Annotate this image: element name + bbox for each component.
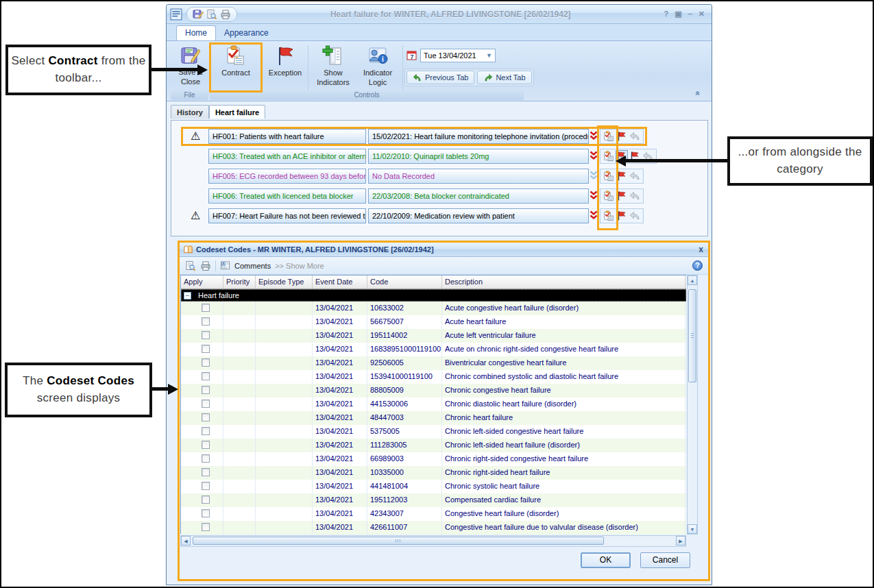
show-more-button[interactable]: >> Show More xyxy=(275,262,324,270)
apply-checkbox[interactable] xyxy=(202,427,210,435)
help-window-button[interactable]: ? xyxy=(664,10,669,19)
apply-checkbox[interactable] xyxy=(202,454,210,463)
vertical-scrollbar[interactable]: ▲ ▼ xyxy=(687,275,698,535)
column-header-event-date[interactable]: Event Date xyxy=(313,275,367,289)
cancel-button[interactable]: Cancel xyxy=(640,552,690,568)
apply-checkbox[interactable] xyxy=(202,482,210,490)
exception-button[interactable]: Exception xyxy=(265,45,305,77)
column-header-apply[interactable]: Apply xyxy=(181,275,223,289)
calendar-icon[interactable]: 7 xyxy=(406,50,417,61)
indicator-value-box[interactable]: No Data Recorded xyxy=(368,169,589,184)
codeset-row[interactable]: 13/04/2021153941000119100Chronic combine… xyxy=(181,370,686,384)
subtab-history[interactable]: History xyxy=(171,105,209,119)
apply-checkbox[interactable] xyxy=(202,509,210,517)
collapse-ribbon-icon[interactable]: « xyxy=(694,91,703,96)
contract-icon[interactable] xyxy=(603,191,614,201)
codeset-row[interactable]: 13/04/202110335000Chronic right-sided he… xyxy=(181,466,686,480)
print-preview-icon[interactable] xyxy=(206,9,217,20)
apply-checkbox[interactable] xyxy=(202,317,210,326)
codeset-row[interactable]: 13/04/202166989003Chronic right-sided co… xyxy=(181,452,686,466)
app-menu-icon[interactable] xyxy=(170,8,182,21)
collapse-group-icon[interactable]: − xyxy=(184,292,191,299)
column-header-code[interactable]: Code xyxy=(367,275,442,289)
previous-tab-button[interactable]: Previous Tab xyxy=(406,71,474,84)
indicator-code-box[interactable]: HF006: Treated with licenced beta blocke… xyxy=(208,188,366,204)
exception-flag-icon[interactable] xyxy=(616,171,627,182)
codeset-row[interactable]: 13/04/2021441530006Chronic diastolic hea… xyxy=(181,397,686,411)
indicator-value-box[interactable]: 11/02/2010: Quinapril tablets 20mg xyxy=(368,149,589,164)
apply-checkbox[interactable] xyxy=(202,495,210,504)
apply-checkbox[interactable] xyxy=(202,372,210,380)
undo-arrow-icon[interactable] xyxy=(629,131,640,142)
codeset-row[interactable]: 13/04/202156675007Acute heart failure xyxy=(181,315,686,329)
column-header-priority[interactable]: Priority xyxy=(223,275,256,289)
exception-flag-icon[interactable] xyxy=(616,191,627,201)
exception-flag-icon[interactable] xyxy=(616,210,627,221)
close-window-button[interactable]: ✕ xyxy=(699,10,705,19)
print-icon[interactable] xyxy=(220,9,231,20)
print-preview-icon[interactable] xyxy=(185,260,196,271)
tab-appearance[interactable]: Appearance xyxy=(216,26,277,40)
subtab-heart-failure[interactable]: Heart failure xyxy=(209,105,265,119)
minimize-window-button[interactable]: – xyxy=(688,10,692,19)
indicator-logic-button[interactable]: i Indicator Logic xyxy=(356,45,400,86)
apply-checkbox[interactable] xyxy=(202,400,210,408)
codeset-row[interactable]: 13/04/202188805009Chronic congestive hea… xyxy=(181,384,686,397)
codeset-row[interactable]: 13/04/202148447003Chronic heart failure xyxy=(181,411,686,425)
ok-button[interactable]: OK xyxy=(581,552,631,568)
print-icon[interactable] xyxy=(200,260,211,271)
apply-checkbox[interactable] xyxy=(202,358,210,367)
group-row-heart-failure[interactable]: − Heart failure xyxy=(181,289,686,302)
horizontal-scroll-thumb[interactable] xyxy=(193,537,604,545)
contract-icon[interactable] xyxy=(603,131,614,142)
scroll-down-icon[interactable]: ▼ xyxy=(688,524,697,534)
undo-arrow-icon[interactable] xyxy=(629,171,640,182)
apply-checkbox[interactable] xyxy=(202,468,210,476)
apply-checkbox[interactable] xyxy=(202,304,210,312)
apply-checkbox[interactable] xyxy=(202,441,210,449)
dialog-close-icon[interactable]: x xyxy=(699,245,703,254)
save-icon[interactable] xyxy=(193,9,204,20)
column-header-episode-type[interactable]: Episode Type xyxy=(256,275,313,289)
next-tab-button[interactable]: Next Tab xyxy=(477,71,531,84)
indicator-code-box[interactable]: HF001: Patients with heart failure xyxy=(208,129,366,144)
codeset-row[interactable]: 13/04/2021111283005Chronic left-sided he… xyxy=(181,439,686,452)
apply-checkbox[interactable] xyxy=(202,386,210,394)
codeset-row[interactable]: 13/04/202116838951000119100Acute on chro… xyxy=(181,343,686,356)
codeset-row[interactable]: 13/04/20215375005Chronic left-sided cong… xyxy=(181,425,686,439)
indicator-value-box[interactable]: 15/02/2021: Heart failure monitoring tel… xyxy=(368,129,589,144)
contract-icon[interactable] xyxy=(603,171,614,182)
apply-checkbox[interactable] xyxy=(202,331,210,339)
show-indicators-button[interactable]: Show Indicators xyxy=(312,45,354,86)
help-icon[interactable]: ? xyxy=(692,260,703,271)
indicator-code-box[interactable]: HF007: Heart Failure has not been review… xyxy=(208,208,366,223)
column-header-description[interactable]: Description xyxy=(442,275,685,289)
scroll-left-icon[interactable]: ◀ xyxy=(181,536,191,546)
apply-checkbox[interactable] xyxy=(202,523,210,531)
codeset-row[interactable]: 13/04/2021195114002Acute left ventricula… xyxy=(181,329,686,343)
indicator-code-box[interactable]: HF003: Treated with an ACE inhibitor or … xyxy=(208,149,366,164)
codeset-row[interactable]: 13/04/2021441481004Chronic systolic hear… xyxy=(181,480,686,493)
codeset-row[interactable]: 13/04/202192506005Biventricular congesti… xyxy=(181,356,686,370)
vertical-scroll-thumb[interactable] xyxy=(688,289,696,382)
undo-arrow-icon[interactable] xyxy=(629,210,640,221)
indicator-value-box[interactable]: 22/03/2008: Beta blocker contraindicated xyxy=(368,188,589,204)
contract-button[interactable]: Contract xyxy=(213,45,258,77)
apply-checkbox[interactable] xyxy=(202,345,210,353)
comments-button[interactable]: Comments xyxy=(234,262,271,270)
undo-arrow-icon[interactable] xyxy=(629,191,640,201)
indicator-value-box[interactable]: 22/10/2009: Medication review with patie… xyxy=(368,208,589,223)
scroll-up-icon[interactable]: ▲ xyxy=(688,275,697,285)
comments-icon[interactable]: A xyxy=(220,260,230,271)
codeset-row[interactable]: 13/04/2021426611007Congestive heart fail… xyxy=(181,521,686,535)
horizontal-scrollbar[interactable]: ◀ ▶ xyxy=(180,535,686,547)
restore-window-button[interactable]: ▣ xyxy=(675,10,681,19)
codeset-row[interactable]: 13/04/2021195112003Compensated cardiac f… xyxy=(181,493,686,507)
apply-checkbox[interactable] xyxy=(202,413,210,421)
consultation-date-combo[interactable]: Tue 13/04/2021▼ xyxy=(420,49,496,62)
scroll-right-icon[interactable]: ▶ xyxy=(676,536,685,546)
indicator-code-box[interactable]: HF005: ECG recorded between 93 days befo… xyxy=(208,169,366,184)
contract-icon[interactable] xyxy=(603,151,614,162)
tab-home[interactable]: Home xyxy=(176,25,216,40)
contract-icon[interactable] xyxy=(603,210,614,221)
